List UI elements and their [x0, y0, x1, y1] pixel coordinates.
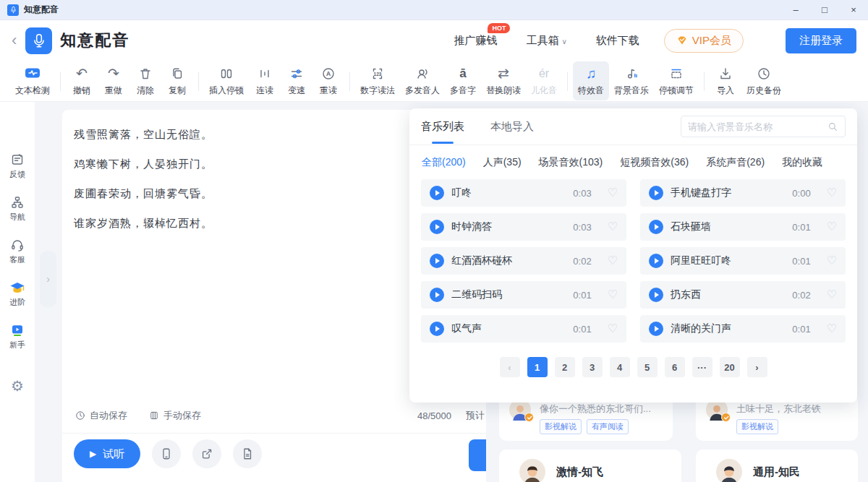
rail-item-feedback[interactable]: 反馈 — [9, 152, 25, 180]
sound-item[interactable]: 红酒酒杯碰杯 0:02 ♡ — [421, 247, 626, 275]
favorite-heart-icon[interactable]: ♡ — [827, 323, 837, 335]
copy-icon — [170, 65, 184, 82]
filter-all[interactable]: 全部(200) — [422, 156, 466, 169]
page-4[interactable]: 4 — [610, 357, 630, 377]
toolbar-item-undo[interactable]: ↶ 撤销 — [66, 61, 98, 100]
toolbar-item-multi-speaker[interactable]: 多发音人 — [400, 61, 445, 100]
toolbar-item-import[interactable]: 导入 — [710, 61, 741, 100]
toolbar-item-redo[interactable]: ↷ 重做 — [98, 61, 129, 100]
voice-card[interactable]: 激情-知飞 — [499, 449, 681, 482]
favorite-heart-icon[interactable]: ♡ — [608, 323, 618, 335]
filter-scene[interactable]: 场景音效(103) — [539, 156, 603, 169]
music-search-box[interactable] — [681, 116, 846, 137]
toolbar-divider — [704, 72, 705, 91]
sound-item[interactable]: 手机键盘打字 0:00 ♡ — [640, 179, 846, 207]
favorite-heart-icon[interactable]: ♡ — [827, 187, 837, 199]
play-button[interactable] — [430, 220, 444, 234]
play-button[interactable] — [430, 322, 444, 336]
page-2[interactable]: 2 — [555, 357, 575, 377]
filter-voice[interactable]: 人声(35) — [483, 156, 522, 169]
back-button[interactable]: ‹ — [12, 33, 17, 48]
rail-item-service[interactable]: 客服 — [9, 238, 25, 265]
toolbar-item-copy[interactable]: 复制 — [161, 61, 193, 100]
rail-item-navigation[interactable]: 导航 — [9, 195, 25, 223]
sound-item[interactable]: 阿里旺旺叮咚 0:01 ♡ — [640, 247, 846, 275]
favorite-heart-icon[interactable]: ♡ — [827, 221, 837, 233]
toolbar-item-pause-adjust[interactable]: 停顿调节 — [654, 61, 699, 100]
minimize-button[interactable]: – — [781, 0, 810, 20]
sound-item[interactable]: 石块砸墙 0:01 ♡ — [640, 213, 846, 241]
share-export-button[interactable] — [192, 439, 221, 468]
music-search-input[interactable] — [688, 121, 827, 132]
toolbar-item-insert-pause[interactable]: 插入停顿 — [204, 61, 249, 100]
filter-system[interactable]: 系统声音(26) — [706, 156, 765, 169]
filter-short-video[interactable]: 短视频音效(36) — [620, 156, 689, 169]
sound-item[interactable]: 时钟滴答 0:03 ♡ — [421, 213, 626, 241]
nav-promo[interactable]: 推广赚钱 HOT — [454, 34, 497, 48]
share-icon — [200, 447, 213, 460]
toolbar-item-bgm[interactable]: 背景音乐 — [609, 61, 654, 100]
manual-save-button[interactable]: 手动保存 — [149, 409, 201, 422]
page-prev[interactable]: ‹ — [500, 357, 520, 377]
insert-pause-icon — [219, 65, 234, 82]
toolbar-item-text-detect[interactable]: 文本检测 — [10, 61, 55, 100]
sound-item[interactable]: 清晰的关门声 0:01 ♡ — [640, 315, 846, 343]
favorite-heart-icon[interactable]: ♡ — [827, 255, 837, 267]
play-button[interactable] — [430, 288, 444, 302]
close-button[interactable]: × — [839, 0, 868, 20]
vip-button[interactable]: VIP会员 — [664, 29, 744, 53]
voice-card[interactable]: 通用-知民 — [696, 449, 858, 482]
toolbar-item-sound-effect[interactable]: ♫ 特效音 — [573, 61, 609, 100]
panel-expand-handle[interactable]: › — [40, 251, 56, 307]
play-button[interactable] — [649, 186, 663, 200]
favorite-heart-icon[interactable]: ♡ — [608, 289, 618, 301]
filter-favorites[interactable]: 我的收藏 — [782, 156, 822, 169]
favorite-heart-icon[interactable]: ♡ — [608, 187, 618, 199]
page-6[interactable]: 6 — [665, 357, 685, 377]
tab-music-list[interactable]: 音乐列表 — [421, 110, 464, 144]
toolbar-item-clear[interactable]: 清除 — [129, 61, 161, 100]
page-5[interactable]: 5 — [637, 357, 658, 377]
play-button[interactable] — [649, 220, 663, 234]
toolbar-item-history-backup[interactable]: 历史备份 — [741, 61, 786, 100]
toolbar-item-stress[interactable]: A 重读 — [312, 61, 344, 100]
toolbar-item-speed[interactable]: 变速 — [281, 61, 312, 100]
listen-button[interactable]: ▶ 试听 — [74, 439, 140, 468]
document-button[interactable] — [233, 439, 262, 468]
toolbar-item-liaison[interactable]: 连读 — [249, 61, 281, 100]
play-button[interactable] — [649, 288, 663, 302]
register-login-button[interactable]: 注册登录 — [786, 28, 856, 53]
sound-item[interactable]: 二维码扫码 0:01 ♡ — [421, 281, 626, 309]
play-button[interactable] — [649, 322, 663, 336]
page-1[interactable]: 1 — [527, 357, 548, 377]
rail-item-novice[interactable]: 新手 — [9, 323, 25, 350]
app-logo — [25, 27, 52, 54]
autosave-toggle[interactable]: 自动保存 — [75, 409, 127, 422]
favorite-heart-icon[interactable]: ♡ — [608, 221, 618, 233]
tab-local-import[interactable]: 本地导入 — [490, 110, 534, 144]
page-3[interactable]: 3 — [582, 357, 603, 377]
page-ellipsis[interactable]: ··· — [692, 357, 712, 377]
nav-toolbox[interactable]: 工具箱∨ — [526, 34, 566, 48]
maximize-button[interactable]: □ — [810, 0, 839, 20]
nav-download[interactable]: 软件下载 — [596, 34, 639, 48]
page-next[interactable]: › — [747, 357, 767, 377]
page-title: 知意配音 — [60, 30, 129, 51]
toolbar-item-number-reading[interactable]: 123 数字读法 — [355, 61, 400, 100]
play-button[interactable] — [649, 254, 663, 268]
rail-item-advanced[interactable]: 进阶 — [9, 280, 25, 308]
toolbar-item-polyphone[interactable]: ā 多音字 — [445, 61, 481, 100]
play-button[interactable] — [430, 186, 444, 200]
settings-gear-icon[interactable]: ⚙ — [11, 377, 24, 395]
favorite-heart-icon[interactable]: ♡ — [827, 289, 837, 301]
phone-preview-button[interactable] — [152, 439, 181, 468]
sound-item[interactable]: 叹气声 0:01 ♡ — [421, 315, 626, 343]
play-button[interactable] — [430, 254, 444, 268]
chevron-down-icon: ∨ — [561, 38, 566, 46]
page-20[interactable]: 20 — [720, 357, 740, 377]
sound-item[interactable]: 叮咚 0:03 ♡ — [421, 179, 626, 207]
sound-item[interactable]: 扔东西 0:02 ♡ — [640, 281, 846, 309]
favorite-heart-icon[interactable]: ♡ — [608, 255, 618, 267]
toolbar-item-replace-read[interactable]: ⇄ 替换朗读 — [481, 61, 526, 100]
synthesize-button-partial[interactable] — [469, 439, 486, 471]
